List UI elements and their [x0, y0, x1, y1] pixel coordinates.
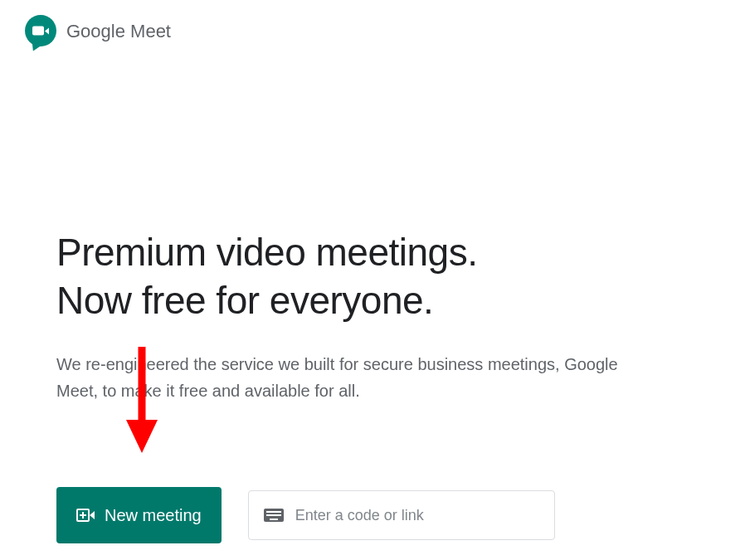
code-input[interactable] [295, 507, 539, 524]
code-input-wrapper[interactable] [248, 490, 555, 540]
brand-google-label: Google [66, 21, 125, 41]
brand-text: Google Meet [66, 21, 171, 42]
headline-line-2: Now free for everyone. [56, 279, 433, 322]
new-meeting-button[interactable]: New meeting [56, 487, 222, 543]
brand-product-label: Meet [125, 21, 171, 41]
app-header: Google Meet [0, 0, 750, 63]
new-meeting-label: New meeting [105, 506, 202, 525]
video-plus-icon [76, 509, 95, 522]
actions-row: New meeting [56, 487, 694, 543]
headline-line-1: Premium video meetings. [56, 231, 477, 274]
page-headline: Premium video meetings. Now free for eve… [56, 229, 694, 324]
meet-logo-icon [25, 15, 58, 48]
keyboard-icon [264, 509, 284, 522]
page-subtext: We re-engineered the service we built fo… [56, 351, 654, 404]
main-content: Premium video meetings. Now free for eve… [0, 63, 750, 543]
